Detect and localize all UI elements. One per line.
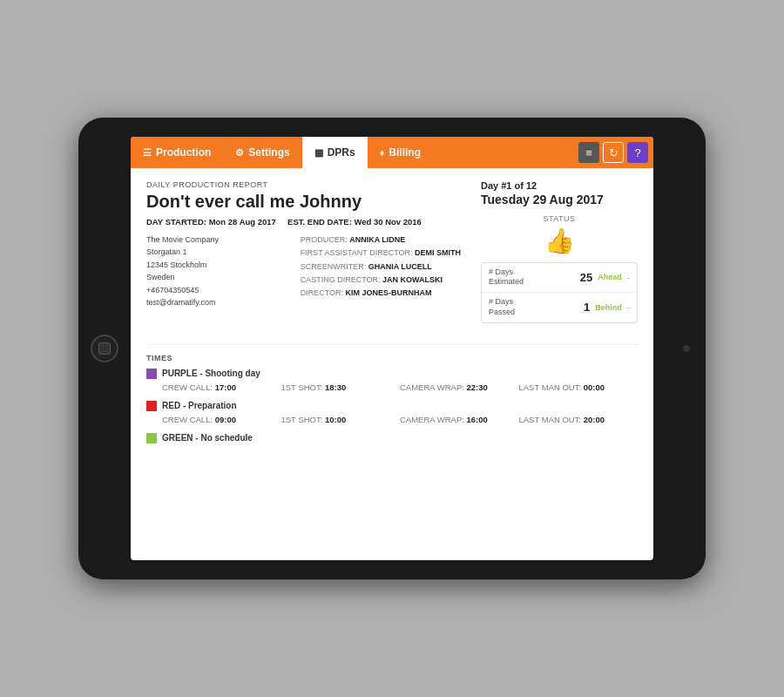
crew-row: CASTING DIRECTOR: JAN KOWALSKI: [301, 274, 467, 287]
tab-settings-label: Settings: [248, 146, 289, 159]
home-button-inner: [98, 342, 111, 355]
schedule-group: GREEN - No schedule: [146, 433, 638, 443]
nav-bar: ☰ Production ⚙ Settings ▦ DPRs ♦ Billing…: [131, 137, 653, 168]
stats-row-num: 25: [580, 271, 592, 284]
movie-title: Don't ever call me Johnny: [146, 192, 467, 212]
time-label: 1ST SHOT:: [281, 415, 326, 424]
time-value: 10:00: [325, 415, 346, 424]
tablet-shell: ☰ Production ⚙ Settings ▦ DPRs ♦ Billing…: [78, 118, 706, 579]
schedule-type-name: GREEN - No schedule: [162, 433, 253, 443]
schedule-type-row: GREEN - No schedule: [146, 433, 638, 443]
times-section: TIMES PURPLE - Shooting dayCREW CALL: 17…: [146, 354, 638, 452]
day-label: Day #1 of 12: [481, 180, 638, 191]
tab-billing-label: Billing: [389, 146, 421, 159]
time-value: 22:30: [467, 382, 488, 392]
date-row: DAY STARTED: Mon 28 Aug 2017 EST. END DA…: [146, 217, 467, 227]
status-label: STATUS: [481, 214, 638, 223]
tab-billing[interactable]: ♦ Billing: [368, 137, 433, 168]
time-value: 20:00: [584, 415, 605, 424]
dprs-icon: ▦: [314, 147, 323, 159]
stats-row-label: # Days Estimated: [489, 267, 575, 288]
stats-row-num: 1: [584, 301, 590, 314]
crew-row: SCREENWRITER: GHANIA LUCELL: [301, 261, 467, 274]
time-value: 00:00: [584, 382, 605, 392]
stats-row-dash: -: [627, 273, 630, 282]
color-swatch: [146, 401, 157, 411]
tab-production-label: Production: [156, 146, 211, 159]
company-phone: +46704350545: [146, 284, 301, 296]
times-cell: CAMERA WRAP: 22:30: [400, 382, 519, 392]
time-label: CREW CALL:: [162, 415, 215, 424]
refresh-button[interactable]: ↻: [603, 142, 624, 163]
times-cell: CREW CALL: 17:00: [162, 382, 281, 392]
top-section: DAILY PRODUCTION REPORT Don't ever call …: [146, 180, 638, 323]
tab-dprs-label: DPRs: [328, 146, 355, 159]
crew-row: PRODUCER: ANNIKA LIDNE: [301, 233, 467, 247]
time-value: 17:00: [215, 382, 236, 392]
stats-row-label: # Days Passed: [489, 297, 578, 317]
company-block: The Movie Company Storgatan 1 12345 Stoc…: [146, 233, 301, 308]
day-started-value: Mon 28 Aug 2017: [209, 217, 276, 227]
nav-action-buttons: ≡ ↻ ?: [578, 137, 653, 168]
tab-dprs[interactable]: ▦ DPRs: [302, 137, 368, 168]
times-cell: 1ST SHOT: 18:30: [281, 382, 401, 392]
tablet-screen: ☰ Production ⚙ Settings ▦ DPRs ♦ Billing…: [131, 137, 653, 560]
time-value: 09:00: [215, 415, 236, 424]
times-cell: LAST MAN OUT: 00:00: [519, 382, 639, 392]
thumbs-up-icon: 👍: [481, 227, 638, 255]
time-label: CAMERA WRAP:: [400, 415, 467, 424]
company-address1: Storgatan 1: [146, 246, 301, 258]
tab-settings[interactable]: ⚙ Settings: [223, 137, 301, 168]
left-column: DAILY PRODUCTION REPORT Don't ever call …: [146, 180, 467, 323]
times-row: CREW CALL: 09:001ST SHOT: 10:00CAMERA WR…: [146, 415, 638, 424]
main-content: DAILY PRODUCTION REPORT Don't ever call …: [131, 168, 653, 560]
schedule-type-name: RED - Preparation: [162, 401, 237, 410]
stats-row-tag: Ahead: [598, 273, 622, 281]
time-value: 16:00: [467, 415, 488, 424]
schedule-group: RED - PreparationCREW CALL: 09:001ST SHO…: [146, 401, 638, 424]
section-divider: [146, 344, 638, 345]
stats-box: # Days Estimated25Ahead-# Days Passed1Be…: [481, 262, 638, 323]
times-cell: CAMERA WRAP: 16:00: [400, 415, 519, 424]
home-button[interactable]: [91, 335, 118, 362]
time-value: 18:30: [325, 382, 346, 392]
schedule-type-row: PURPLE - Shooting day: [146, 369, 638, 379]
stats-row: # Days Passed1Behind-: [482, 293, 637, 321]
schedules-container: PURPLE - Shooting dayCREW CALL: 17:001ST…: [146, 369, 638, 443]
report-section-label: DAILY PRODUCTION REPORT: [146, 180, 467, 189]
stats-row: # Days Estimated25Ahead-: [482, 263, 637, 293]
times-cell: LAST MAN OUT: 20:00: [519, 415, 639, 424]
day-date: Tuesday 29 Aug 2017: [481, 193, 638, 207]
camera-dot: [683, 345, 690, 352]
est-end-label: EST. END DATE:: [287, 217, 352, 227]
billing-icon: ♦: [380, 147, 385, 158]
crew-row: FIRST ASSISTANT DIRECTOR: DEMI SMITH: [301, 247, 467, 260]
times-section-label: TIMES: [146, 354, 638, 362]
stats-row-dash: -: [627, 302, 630, 312]
time-label: 1ST SHOT:: [281, 382, 326, 392]
times-cell: CREW CALL: 09:00: [162, 415, 281, 424]
company-email: test@dramatify.com: [146, 296, 301, 308]
settings-icon: ⚙: [235, 147, 244, 159]
times-cell: 1ST SHOT: 10:00: [281, 415, 401, 424]
crew-block: PRODUCER: ANNIKA LIDNEFIRST ASSISTANT DI…: [301, 233, 467, 300]
schedule-group: PURPLE - Shooting dayCREW CALL: 17:001ST…: [146, 369, 638, 392]
help-button[interactable]: ?: [627, 142, 648, 163]
times-row: CREW CALL: 17:001ST SHOT: 18:30CAMERA WR…: [146, 382, 638, 392]
time-label: CAMERA WRAP:: [400, 382, 467, 392]
time-label: CREW CALL:: [162, 382, 215, 392]
list-view-button[interactable]: ≡: [578, 142, 599, 163]
production-icon: ☰: [143, 147, 152, 159]
color-swatch: [146, 369, 157, 379]
schedule-type-name: PURPLE - Shooting day: [162, 369, 260, 378]
time-label: LAST MAN OUT:: [519, 415, 584, 424]
color-swatch: [146, 433, 157, 443]
crew-row: DIRECTOR: KIM JONES-BURNHAM: [301, 287, 467, 300]
time-label: LAST MAN OUT:: [519, 382, 584, 392]
day-started-label: DAY STARTED:: [146, 217, 206, 227]
tab-production[interactable]: ☰ Production: [131, 137, 223, 168]
right-column: Day #1 of 12 Tuesday 29 Aug 2017 STATUS …: [481, 180, 638, 323]
company-address2: 12345 Stockholm: [146, 259, 301, 271]
est-end-value: Wed 30 Nov 2016: [354, 217, 421, 227]
company-country: Sweden: [146, 271, 301, 283]
